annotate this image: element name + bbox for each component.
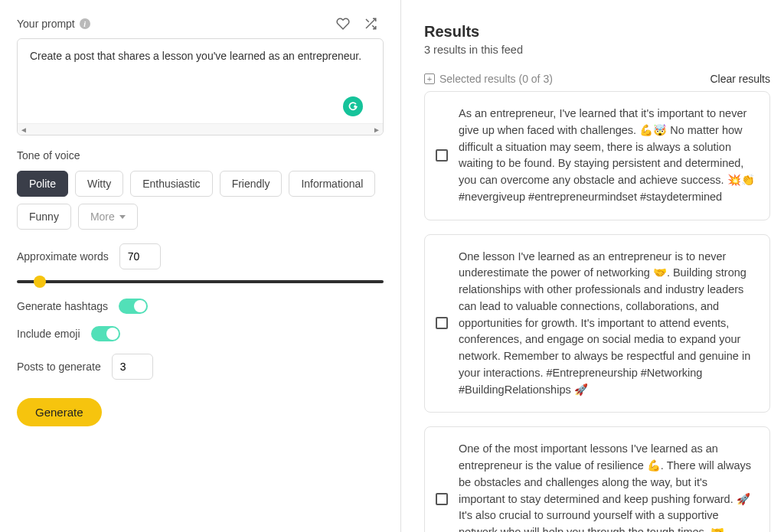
words-input[interactable] — [119, 243, 161, 269]
hashtags-toggle[interactable] — [119, 299, 148, 314]
result-checkbox[interactable] — [436, 493, 448, 505]
tone-chip-more[interactable]: More — [78, 204, 138, 230]
emoji-row: Include emoji — [17, 326, 384, 341]
tone-chip-funny[interactable]: Funny — [17, 204, 71, 230]
words-label: Approximate words — [17, 250, 109, 263]
result-card: One of the most important lessons I've l… — [424, 426, 770, 532]
scroll-left-icon[interactable]: ◄ — [20, 126, 28, 134]
hashtags-row: Generate hashtags — [17, 299, 384, 314]
results-title: Results — [424, 23, 770, 41]
tone-label: Tone of voice — [17, 149, 384, 162]
tone-chip-polite[interactable]: Polite — [17, 171, 68, 197]
prompt-label-group: Your prompt i — [17, 18, 90, 30]
result-card: As an entrepreneur, I've learned that it… — [424, 91, 770, 220]
posts-row: Posts to generate — [17, 354, 384, 380]
selected-results-label: Selected results (0 of 3) — [439, 73, 553, 85]
tone-chip-friendly[interactable]: Friendly — [220, 171, 283, 197]
result-text: One of the most important lessons I've l… — [459, 441, 756, 532]
result-checkbox[interactable] — [436, 317, 448, 329]
posts-label: Posts to generate — [17, 361, 101, 373]
scroll-right-icon[interactable]: ► — [373, 126, 381, 134]
prompt-textarea[interactable] — [18, 39, 383, 120]
prompt-box: ◄ ► — [17, 38, 384, 135]
result-checkbox[interactable] — [436, 149, 448, 162]
words-row: Approximate words — [17, 243, 384, 269]
config-panel: Your prompt i ◄ ► Tone of voice Polite W… — [0, 0, 401, 532]
results-panel: Results 3 results in this feed + Selecte… — [401, 0, 784, 532]
clear-results-button[interactable]: Clear results — [710, 73, 770, 85]
shuffle-icon[interactable] — [364, 17, 377, 31]
results-subtitle: 3 results in this feed — [424, 44, 770, 56]
results-bar: + Selected results (0 of 3) Clear result… — [424, 73, 770, 85]
result-card: One lesson I've learned as an entreprene… — [424, 234, 770, 413]
grammarly-icon[interactable] — [343, 96, 363, 116]
emoji-label: Include emoji — [17, 328, 80, 340]
posts-input[interactable] — [112, 354, 153, 380]
heart-icon[interactable] — [336, 17, 350, 31]
words-slider-thumb[interactable] — [34, 276, 46, 288]
tone-chip-witty[interactable]: Witty — [75, 171, 123, 197]
generate-button[interactable]: Generate — [17, 398, 102, 426]
words-slider[interactable] — [17, 280, 384, 283]
selected-results-group[interactable]: + Selected results (0 of 3) — [424, 73, 553, 85]
info-icon[interactable]: i — [80, 18, 90, 29]
prompt-label: Your prompt — [17, 18, 75, 30]
tone-chip-informational[interactable]: Informational — [289, 171, 375, 197]
emoji-toggle[interactable] — [91, 326, 120, 341]
horizontal-scrollbar[interactable]: ◄ ► — [18, 123, 383, 135]
svg-line-2 — [366, 19, 369, 22]
result-text: One lesson I've learned as an entreprene… — [459, 249, 756, 399]
expand-icon[interactable]: + — [424, 73, 435, 84]
prompt-actions — [336, 17, 377, 31]
tone-chip-enthusiastic[interactable]: Enthusiastic — [130, 171, 212, 197]
result-text: As an entrepreneur, I've learned that it… — [459, 106, 756, 206]
more-label: More — [90, 211, 115, 223]
hashtags-label: Generate hashtags — [17, 300, 108, 312]
chevron-down-icon — [119, 215, 126, 219]
prompt-header: Your prompt i — [17, 17, 384, 31]
tone-chips: Polite Witty Enthusiastic Friendly Infor… — [17, 171, 384, 230]
